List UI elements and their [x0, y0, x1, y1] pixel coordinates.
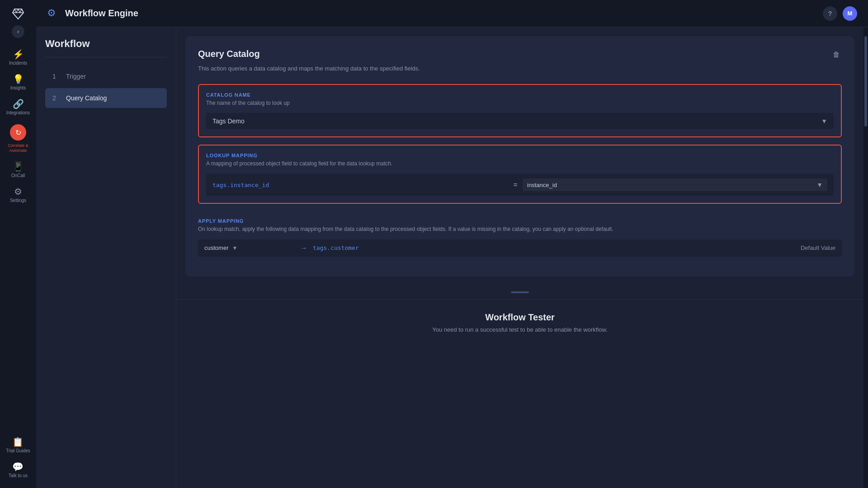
oncall-icon: 📱	[13, 162, 24, 171]
user-avatar[interactable]: M	[843, 6, 857, 21]
sidebar-item-label: Correlate &Automate	[8, 143, 28, 153]
right-panel: Query Catalog 🗑 This action queries a da…	[176, 27, 863, 488]
workflow-step-2[interactable]: 2 Query Catalog	[45, 88, 167, 108]
sidebar-item-trial-guides[interactable]: 📋 Trial Guides	[3, 433, 33, 458]
sidebar-item-label: Insights	[10, 85, 26, 90]
sidebar-item-talk-to-us[interactable]: 💬 Talk to us	[3, 458, 33, 483]
sidebar-item-label: Talk to us	[9, 473, 28, 478]
incidents-icon: ⚡	[13, 50, 24, 59]
sidebar-item-oncall[interactable]: 📱 OnCall	[0, 158, 36, 183]
scrollbar-thumb[interactable]	[864, 36, 867, 127]
topbar: ⚙ Workflow Engine ? M	[36, 0, 868, 27]
card-title: Query Catalog	[198, 49, 260, 59]
apply-mapping-label: APPLY MAPPING	[198, 218, 842, 224]
workflow-tester-panel: Workflow Tester You need to run a succes…	[176, 299, 863, 353]
help-button[interactable]: ?	[823, 6, 837, 21]
workflow-list-panel: Workflow 1 Trigger 2 Query Catalog	[36, 27, 176, 488]
sidebar-item-insights[interactable]: 💡 Insights	[0, 70, 36, 95]
talk-icon: 💬	[12, 462, 24, 471]
delete-button[interactable]: 🗑	[831, 49, 842, 61]
scrollbar-track[interactable]	[863, 27, 868, 488]
scroll-dot	[511, 291, 529, 293]
apply-source-select[interactable]: customer ▼	[204, 244, 295, 251]
apply-source-field: customer	[204, 244, 228, 251]
insights-icon: 💡	[13, 75, 24, 84]
apply-mapping-row: customer ▼ → tags.customer Default Value	[198, 239, 842, 257]
lookup-mapping-desc: A mapping of processed object field to c…	[206, 160, 834, 168]
catalog-name-label: CATALOG NAME	[206, 92, 834, 98]
sidebar-item-settings[interactable]: ⚙ Settings	[0, 183, 36, 207]
correlate-icon: ↻	[10, 124, 26, 141]
lookup-mapping-label: LOOKUP MAPPING	[206, 153, 834, 158]
query-catalog-card: Query Catalog 🗑 This action queries a da…	[185, 36, 854, 277]
step-number: 1	[52, 73, 60, 80]
catalog-name-select[interactable]: Tags Demo ▼	[206, 113, 834, 129]
step-label: Trigger	[66, 73, 86, 80]
chevron-down-icon: ▼	[816, 181, 823, 188]
content-area: Workflow 1 Trigger 2 Query Catalog Query…	[36, 27, 868, 488]
integrations-icon: 🔗	[13, 99, 24, 108]
scroll-indicator	[176, 286, 863, 299]
card-header: Query Catalog 🗑	[198, 49, 842, 61]
apply-target-field: tags.customer	[313, 244, 776, 251]
chevron-down-icon: ▼	[232, 245, 237, 251]
sidebar-item-integrations[interactable]: 🔗 Integrations	[0, 95, 36, 120]
page-title: Workflow Engine	[65, 8, 138, 19]
chevron-down-icon: ▼	[821, 117, 827, 125]
arrow-right-icon: →	[300, 244, 307, 252]
sidebar-item-label: Settings	[10, 198, 26, 203]
step-number: 2	[52, 94, 60, 102]
workflow-panel-title: Workflow	[45, 38, 167, 57]
sidebar-expand-btn[interactable]: ›	[12, 25, 24, 38]
card-description: This action queries a data catalog and m…	[198, 64, 842, 73]
sidebar-item-label: OnCall	[11, 173, 25, 178]
apply-default-value: Default Value	[781, 244, 835, 251]
trial-guides-icon: 📋	[12, 437, 24, 446]
lookup-right-select[interactable]: instance_id ▼	[523, 178, 827, 191]
apply-mapping-desc: On lookup match, apply the following dat…	[198, 225, 842, 233]
workflow-engine-icon: ⚙	[47, 7, 60, 20]
workflow-tester-desc: You need to run a successful test to be …	[187, 326, 853, 333]
lookup-mapping-row: tags.instance_id = instance_id ▼	[206, 174, 834, 196]
lookup-left-field[interactable]: tags.instance_id	[212, 182, 508, 188]
lookup-right-value: instance_id	[527, 182, 816, 188]
app-logo	[10, 5, 26, 22]
step-label: Query Catalog	[66, 94, 107, 102]
settings-icon: ⚙	[14, 187, 22, 196]
sidebar-item-label: Integrations	[6, 110, 30, 115]
sidebar-item-label: Trial Guides	[6, 448, 30, 453]
sidebar-item-correlate[interactable]: ↻ Correlate &Automate	[0, 120, 36, 158]
catalog-name-desc: The name of the catalog to look up	[206, 99, 834, 107]
workflow-tester-title: Workflow Tester	[187, 312, 853, 323]
sidebar-item-incidents[interactable]: ⚡ Incidents	[0, 45, 36, 70]
sidebar-item-label: Incidents	[9, 61, 27, 66]
workflow-step-1[interactable]: 1 Trigger	[45, 66, 167, 86]
equals-sign: =	[514, 181, 517, 188]
apply-mapping-section: APPLY MAPPING On lookup match, apply the…	[198, 211, 842, 264]
lookup-mapping-section: LOOKUP MAPPING A mapping of processed ob…	[198, 145, 842, 204]
catalog-name-value: Tags Demo	[212, 117, 821, 125]
main-area: ⚙ Workflow Engine ? M Workflow 1 Trigger…	[36, 0, 868, 488]
topbar-right: ? M	[823, 6, 857, 21]
catalog-name-section: CATALOG NAME The name of the catalog to …	[198, 84, 842, 138]
sidebar: › ⚡ Incidents 💡 Insights 🔗 Integrations …	[0, 0, 36, 488]
